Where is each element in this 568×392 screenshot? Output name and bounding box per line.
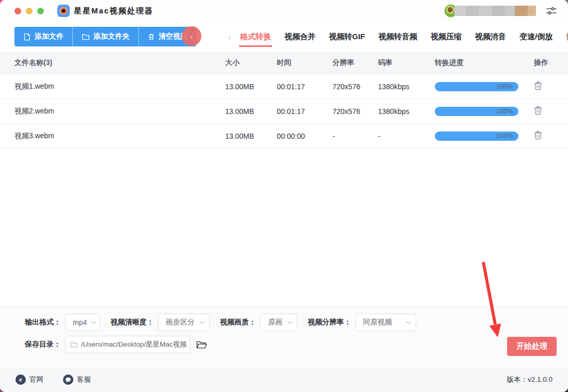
username-blurred — [454, 6, 536, 16]
settings-panel: 输出格式： mp4 视频清晰度： 画质区分 视频画质： 原画 视频分辨率： 同原 — [0, 306, 568, 367]
action-row: 添加文件 添加文件夹 清空视频 ‹ 格式转换 视频合并 视频转GIF 视频转音频… — [0, 22, 568, 52]
progress-bar: 100% — [435, 82, 518, 91]
progress-value: 100% — [496, 107, 518, 115]
traffic-lights — [14, 8, 44, 14]
delete-row-icon[interactable] — [534, 81, 542, 90]
file-resolution: - — [333, 132, 378, 140]
folder-icon — [70, 341, 77, 348]
tab-bar-items: 格式转换 视频合并 视频转GIF 视频转音频 视频压缩 视频消音 变速/倒放 音… — [240, 28, 568, 46]
resolution-select[interactable]: 同原视频 — [355, 314, 416, 331]
file-duration: 00:01:17 — [277, 107, 333, 116]
lens-icon — [60, 7, 67, 14]
close-button[interactable] — [14, 8, 21, 14]
browse-folder-icon[interactable] — [196, 340, 207, 349]
tab-2[interactable]: 视频合并 — [285, 28, 315, 46]
settings-sliders-icon[interactable] — [545, 5, 558, 17]
add-file-button[interactable]: 添加文件 — [14, 27, 72, 46]
chevron-down-icon — [91, 321, 97, 324]
table-row: 视频1.webm 13.00MB 00:01:17 720x576 1380kb… — [0, 74, 568, 99]
table-row: 视频3.webm 13.00MB 00:00:00 - - 100% — [0, 124, 568, 149]
folder-icon — [82, 33, 90, 41]
chevron-down-icon — [199, 321, 205, 324]
file-size: 13.00MB — [225, 83, 277, 91]
file-name: 视频3.webm — [0, 132, 225, 141]
zoom-button[interactable] — [37, 8, 44, 14]
resolution-label: 视频分辨率： — [308, 318, 351, 327]
table-row: 视频2.webm 13.00MB 00:01:17 720x576 1380kb… — [0, 99, 568, 124]
progress-value: 100% — [496, 132, 518, 140]
file-size: 13.00MB — [225, 107, 277, 116]
chevron-down-icon — [406, 321, 412, 324]
col-progress: 转换进度 — [428, 58, 531, 68]
tab-strip: ‹ 格式转换 视频合并 视频转GIF 视频转音频 视频压缩 视频消音 变速/倒放… — [226, 28, 559, 46]
progress-value: 100% — [496, 83, 518, 90]
tab-1[interactable]: 格式转换 — [240, 28, 271, 46]
chevron-down-icon — [287, 321, 293, 324]
tabs-scroll-left-icon[interactable]: ‹ — [226, 32, 233, 41]
delete-row-icon[interactable] — [534, 106, 542, 115]
save-dir-input[interactable]: /Users/mac/Desktop/星星Mac视频处理器 — [65, 336, 190, 353]
col-size: 大小 — [225, 58, 277, 68]
quality-label: 视频画质： — [220, 318, 256, 327]
file-resolution: 720x576 — [333, 83, 378, 91]
progress-bar: 100% — [435, 107, 518, 116]
tab-7[interactable]: 变速/倒放 — [519, 28, 553, 46]
quality-select[interactable]: 原画 — [260, 314, 297, 331]
file-duration: 00:01:17 — [277, 83, 333, 91]
empty-area — [0, 149, 568, 306]
customer-service-link[interactable]: 客服 — [63, 374, 91, 385]
output-format-select[interactable]: mp4 — [65, 314, 100, 331]
title-bar: 星星Mac视频处理器 — [0, 0, 568, 22]
desktop-background: 星星Mac视频处理器 添加文件 — [0, 0, 568, 392]
table-body: 视频1.webm 13.00MB 00:01:17 720x576 1380kb… — [0, 74, 568, 149]
official-site-link[interactable]: e 官网 — [15, 374, 43, 385]
col-resolution: 分辨率 — [333, 58, 378, 68]
tab-4[interactable]: 视频转音频 — [378, 28, 417, 46]
add-folder-button[interactable]: 添加文件夹 — [72, 27, 138, 46]
file-resolution: 720x576 — [333, 107, 378, 116]
tab-6[interactable]: 视频消音 — [475, 28, 506, 46]
col-filename: 文件名称(3) — [0, 58, 225, 68]
app-window: 星星Mac视频处理器 添加文件 — [0, 0, 568, 392]
file-bitrate: 1380kbps — [378, 107, 428, 116]
file-name: 视频2.webm — [0, 107, 225, 116]
progress-bar: 100% — [435, 132, 518, 141]
save-dir-value: /Users/mac/Desktop/星星Mac视频处理器 — [81, 340, 186, 349]
file-size: 13.00MB — [225, 132, 277, 140]
clarity-label: 视频清晰度： — [111, 318, 154, 327]
version-info: 版本：v2.1.0.0 — [507, 375, 553, 384]
save-dir-label: 保存目录： — [25, 340, 61, 349]
app-title: 星星Mac视频处理器 — [74, 6, 153, 16]
trash-icon — [148, 33, 155, 41]
file-table: 文件名称(3) 大小 时间 分辨率 码率 转换进度 操作 视频1.webm 13… — [0, 52, 568, 149]
tab-8[interactable]: 音量调整 — [566, 28, 568, 46]
col-time: 时间 — [277, 58, 333, 68]
tab-5[interactable]: 视频压缩 — [431, 28, 462, 46]
table-header: 文件名称(3) 大小 时间 分辨率 码率 转换进度 操作 — [0, 52, 568, 74]
chat-bubble-icon — [63, 374, 73, 385]
file-name: 视频1.webm — [0, 82, 225, 91]
delete-row-icon[interactable] — [534, 130, 542, 140]
app-icon — [57, 5, 70, 17]
clarity-select[interactable]: 画质区分 — [158, 314, 210, 331]
file-icon — [23, 33, 31, 41]
footer-bar: e 官网 客服 版本：v2.1.0.0 — [0, 367, 568, 392]
file-duration: 00:00:00 — [277, 132, 333, 140]
user-account[interactable] — [444, 4, 536, 18]
file-bitrate: 1380kbps — [378, 83, 428, 91]
start-processing-button[interactable]: 开始处理 — [507, 337, 557, 356]
output-format-label: 输出格式： — [25, 318, 61, 327]
col-actions: 操作 — [531, 58, 568, 68]
browser-e-icon: e — [15, 374, 26, 385]
click-indicator-overlay: ‹ — [182, 26, 201, 46]
minimize-button[interactable] — [26, 8, 33, 14]
tab-3[interactable]: 视频转GIF — [329, 28, 365, 46]
col-bitrate: 码率 — [378, 58, 428, 68]
file-button-group: 添加文件 添加文件夹 清空视频 — [14, 27, 196, 46]
file-bitrate: - — [378, 132, 428, 140]
